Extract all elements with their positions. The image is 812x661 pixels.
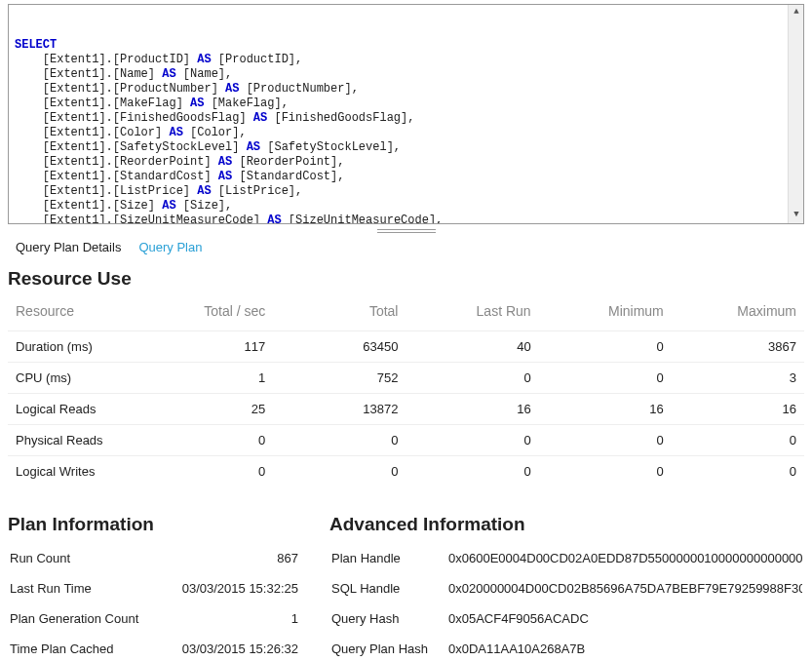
tab-bar: Query Plan DetailsQuery Plan [8, 240, 804, 254]
tab-query-plan-details[interactable]: Query Plan Details [16, 240, 121, 254]
table-cell: 0 [539, 456, 672, 487]
table-row: Logical Writes00000 [8, 456, 804, 487]
table-cell: 0 [539, 425, 672, 456]
table-cell: 0 [273, 456, 406, 487]
table-cell: 0 [406, 456, 538, 487]
table-cell: 1 [140, 363, 273, 394]
column-header: Resource [8, 297, 140, 331]
table-cell: Duration (ms) [8, 331, 140, 363]
scroll-up-icon[interactable]: ▲ [789, 5, 804, 20]
splitter-handle[interactable] [377, 228, 436, 234]
info-row: Query Plan Hash0x0DA11AA10A268A7B [329, 634, 804, 661]
resource-use-heading: Resource Use [8, 268, 804, 290]
table-cell: 16 [539, 394, 672, 425]
column-header: Last Run [406, 297, 538, 331]
table-cell: 3 [672, 363, 804, 394]
table-cell: 0 [539, 363, 672, 394]
info-label: SQL Handle [331, 581, 448, 596]
table-cell: 16 [672, 394, 804, 425]
column-header: Maximum [672, 297, 804, 331]
info-row: Query Hash0x05ACF4F9056ACADC [329, 603, 804, 634]
info-row: Last Run Time03/03/2015 15:32:25 [8, 573, 300, 603]
info-label: Last Run Time [10, 581, 146, 596]
table-row: Physical Reads00000 [8, 425, 804, 456]
advanced-info-heading: Advanced Information [329, 514, 804, 535]
info-label: Plan Handle [331, 551, 448, 565]
column-header: Total / sec [140, 297, 273, 331]
table-cell: 0 [539, 331, 672, 363]
info-label: Query Hash [331, 611, 448, 626]
info-value: 03/03/2015 15:32:25 [146, 581, 298, 596]
table-row: Logical Reads2513872161616 [8, 394, 804, 425]
table-cell: 25 [140, 394, 273, 425]
info-value: 0x020000004D00CD02B85696A75DA7BEBF79E792… [448, 581, 802, 596]
info-value: 0x05ACF4F9056ACADC [448, 611, 802, 626]
info-label: Run Count [10, 551, 146, 565]
info-row: Run Count867 [8, 543, 300, 573]
table-cell: 752 [273, 363, 406, 394]
table-cell: Logical Writes [8, 456, 140, 487]
table-cell: 3867 [672, 331, 804, 363]
info-label: Time Plan Cached [10, 642, 146, 656]
table-row: CPU (ms)1752003 [8, 363, 804, 394]
info-row: Plan Generation Count1 [8, 603, 300, 634]
table-row: Duration (ms)117634504003867 [8, 331, 804, 363]
sql-query-panel[interactable]: SELECT [Extent1].[ProductID] AS [Product… [8, 4, 804, 224]
table-cell: 16 [406, 394, 538, 425]
info-label: Plan Generation Count [10, 611, 146, 626]
table-cell: 13872 [273, 394, 406, 425]
info-row: Time Plan Cached03/03/2015 15:26:32 [8, 634, 300, 661]
sql-scrollbar[interactable]: ▲ ▼ [788, 5, 803, 223]
info-value: 03/03/2015 15:26:32 [146, 642, 298, 656]
table-cell: 0 [140, 456, 273, 487]
resource-use-table: ResourceTotal / secTotalLast RunMinimumM… [8, 297, 804, 486]
info-row: Plan Handle0x0600E0004D00CD02A0EDD87D550… [329, 543, 804, 573]
plan-info-heading: Plan Information [8, 514, 300, 535]
tab-query-plan[interactable]: Query Plan [138, 240, 202, 254]
column-header: Total [273, 297, 406, 331]
column-header: Minimum [539, 297, 672, 331]
table-cell: 63450 [273, 331, 406, 363]
info-label: Query Plan Hash [331, 642, 448, 656]
table-cell: Physical Reads [8, 425, 140, 456]
sql-query-text[interactable]: SELECT [Extent1].[ProductID] AS [Product… [15, 38, 797, 224]
table-cell: 0 [406, 363, 538, 394]
table-cell: 0 [672, 456, 804, 487]
scroll-down-icon[interactable]: ▼ [789, 208, 804, 223]
table-cell: Logical Reads [8, 394, 140, 425]
table-cell: 0 [406, 425, 538, 456]
info-value: 1 [146, 611, 298, 626]
info-row: SQL Handle0x020000004D00CD02B85696A75DA7… [329, 573, 804, 603]
info-value: 867 [146, 551, 298, 565]
info-value: 0x0DA11AA10A268A7B [448, 642, 802, 656]
table-cell: CPU (ms) [8, 363, 140, 394]
table-cell: 117 [140, 331, 273, 363]
table-cell: 40 [406, 331, 538, 363]
table-cell: 0 [140, 425, 273, 456]
info-value: 0x0600E0004D00CD02A0EDD87D55000000100000… [448, 551, 802, 565]
table-cell: 0 [672, 425, 804, 456]
table-cell: 0 [273, 425, 406, 456]
